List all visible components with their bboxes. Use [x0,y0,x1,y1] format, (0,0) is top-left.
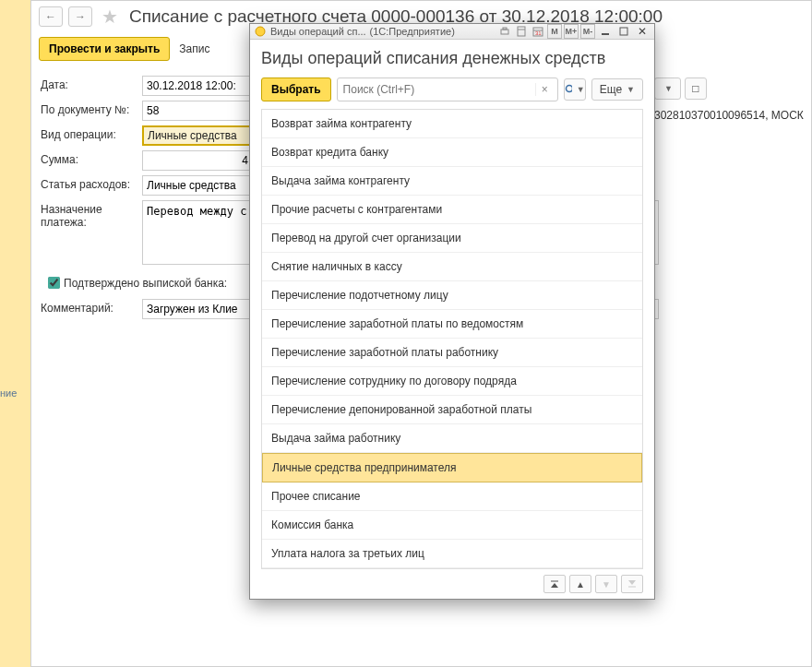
list-item[interactable]: Перечисление заработной платы работнику [262,339,642,367]
label-purpose: Назначение платежа: [41,200,142,229]
nav-forward-button[interactable]: → [68,6,92,27]
confirmed-checkbox[interactable] [48,277,60,289]
clear-search-icon[interactable]: × [535,83,554,96]
left-yellow-strip: ние [0,0,30,667]
list-item[interactable]: Перевод на другой счет организации [262,224,642,253]
date-field[interactable] [142,76,253,96]
dialog-footer: ▲ ▼ [261,569,643,593]
dialog-body: Виды операций списания денежных средств … [250,40,654,601]
sum-field[interactable] [142,150,253,171]
list-item[interactable]: Прочее списание [262,482,642,511]
operation-types-dialog: Виды операций сп... (1С:Предприятие) 31 … [249,23,655,600]
dialog-titlebar: Виды операций сп... (1С:Предприятие) 31 … [250,24,654,40]
maximize-button[interactable] [615,24,632,39]
more-button[interactable]: Еще▼ [591,78,643,101]
post-and-close-button[interactable]: Провести и закрыть [39,37,170,61]
svg-point-0 [256,27,265,36]
minimize-button[interactable] [597,24,614,39]
label-expcat: Статья расходов: [41,175,142,191]
search-field-wrap: × [337,77,558,101]
search-input[interactable] [341,82,535,97]
svg-point-10 [566,86,572,92]
scroll-bottom-button[interactable] [621,575,643,593]
list-item[interactable]: Перечисление сотруднику по договору подр… [262,367,642,396]
dialog-app-name: (1С:Предприятие) [370,26,494,37]
dialog-heading: Виды операций списания денежных средств [261,49,643,68]
svg-marker-13 [551,583,558,588]
list-item[interactable]: Перечисление подотчетному лицу [262,281,642,310]
expense-category-field[interactable] [142,175,253,196]
magnifier-icon [565,84,572,95]
list-item[interactable]: Возврат кредита банку [262,138,642,167]
label-optype: Вид операции: [41,125,142,141]
list-item[interactable]: Уплата налога за третьих лиц [262,540,642,568]
record-button-fragment[interactable]: Запис [179,42,209,55]
scroll-top-button[interactable] [543,575,566,593]
docnum-field[interactable] [142,101,253,121]
account-number-fragment: 30281037001009​6514, МОСК [654,109,811,122]
list-item[interactable]: Снятие наличных в кассу [262,253,642,281]
svg-rect-9 [620,28,627,35]
list-item[interactable]: Личные средства предпринимателя [262,453,642,482]
open-external-icon[interactable]: □ [685,77,707,100]
svg-rect-2 [503,28,507,30]
svg-rect-8 [602,33,609,35]
right-fragment: ▼ □ 30281037001009​6514, МОСК [654,77,811,122]
nav-back-button[interactable]: ← [39,6,63,27]
calendar-icon[interactable]: 31 [531,24,545,39]
list-item[interactable]: Выдача займа работнику [262,424,642,453]
right-dropdown-button[interactable]: ▼ [654,77,681,100]
list-item[interactable]: Перечисление депонированной заработной п… [262,396,642,424]
label-docnum: По документу №: [41,101,142,116]
scroll-down-button[interactable]: ▼ [595,575,617,593]
list-item[interactable]: Выдача займа контрагенту [262,167,642,196]
optype-field[interactable] [142,125,253,146]
svg-marker-14 [628,580,636,585]
choose-button[interactable]: Выбрать [261,77,331,101]
calculator-icon[interactable] [514,24,529,39]
label-sum: Сумма: [41,150,142,166]
left-edge-text: ние [0,387,17,399]
dialog-short-title: Виды операций сп... [270,26,366,37]
print-icon[interactable] [497,24,512,39]
close-button[interactable]: ✕ [634,24,651,39]
scroll-up-button[interactable]: ▲ [569,575,591,593]
list-item[interactable]: Комиссия банка [262,511,642,540]
svg-rect-1 [501,30,508,34]
label-date: Дата: [41,76,142,91]
memory-mplus-button[interactable]: M+ [564,24,579,39]
list-item[interactable]: Возврат займа контрагенту [262,110,642,138]
svg-text:31: 31 [535,30,542,36]
operation-type-list[interactable]: Возврат займа контрагентуВозврат кредита… [261,109,643,569]
label-comment: Комментарий: [41,299,142,315]
list-item[interactable]: Прочие расчеты с контрагентами [262,196,642,224]
dialog-toolbar: Выбрать × ▼ Еще▼ [261,77,643,101]
svg-rect-3 [518,27,525,36]
memory-mminus-button[interactable]: M- [580,24,595,39]
label-confirmed: Подтверждено выпиской банка: [64,277,227,290]
list-item[interactable]: Перечисление заработной платы по ведомос… [262,310,642,339]
favorite-star-icon[interactable]: ★ [102,6,118,28]
app-logo-icon [254,25,267,38]
memory-m-button[interactable]: M [547,24,562,39]
search-button[interactable]: ▼ [564,78,586,101]
